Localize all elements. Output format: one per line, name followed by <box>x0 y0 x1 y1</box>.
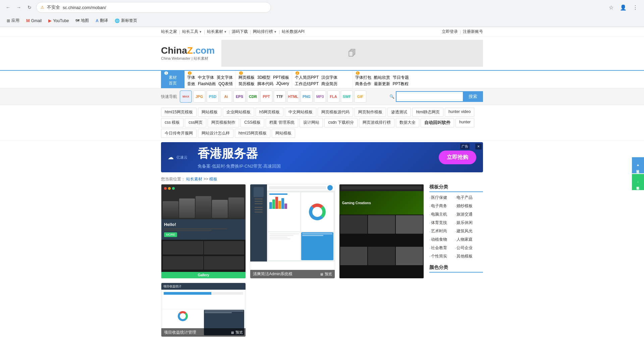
format-ai[interactable]: Ai <box>220 91 232 103</box>
tag-design-how[interactable]: 网站设计怎么样 <box>198 129 233 138</box>
nav-link-source[interactable]: 源码下载 <box>232 29 248 35</box>
tag-autodial[interactable]: 自动回叫软件 <box>421 118 454 127</box>
ad-cta-button[interactable]: 立即抢购 <box>439 151 476 164</box>
cat-link-sfx[interactable]: 音效 <box>187 81 195 87</box>
back-to-top-button[interactable]: ▲ 返回顶部 <box>632 157 644 173</box>
sidebar-cat-company[interactable]: 公司企业 <box>455 245 479 251</box>
tag-design-site[interactable]: 设计网站 <box>300 118 323 127</box>
cat-link-font-pack[interactable]: 字体打包 <box>355 75 371 80</box>
tag-csdn-dl[interactable]: csdn 下载积分 <box>324 118 358 127</box>
search-button[interactable]: 搜索 <box>463 91 483 102</box>
forward-button[interactable]: → <box>15 3 23 11</box>
cat-link-font[interactable]: 字体 <box>187 75 195 80</box>
nav-link-tools[interactable]: 站长工具 ▼ <box>182 29 202 35</box>
tag-template-prod[interactable]: 网页模板制作 <box>208 118 239 127</box>
format-eps[interactable]: EPS <box>233 91 246 103</box>
bookmark-translate[interactable]: A 翻译 <box>93 16 111 25</box>
tag-html15-2[interactable]: html15网页模板 <box>235 129 270 138</box>
cat-tab-5[interactable]: 5 字体打包 酷站欣赏 节日专题 商务合作 最新更新 PPT教程 <box>353 71 420 88</box>
bookmark-star-button[interactable]: ☆ <box>606 3 616 12</box>
tag-css-tpl[interactable]: CSS模板 <box>240 118 264 127</box>
cat-tab-4[interactable]: 4 个人简历PPT 汉仪字体 工作总结PPT 商业简历 <box>292 71 353 88</box>
tag-enterprise[interactable]: 企业网站模板 <box>223 108 254 117</box>
template-card-1[interactable]: Hello! MORE Gallery <box>161 184 246 279</box>
tag-website-tpl-2[interactable]: 网站模板 <box>272 129 295 138</box>
nav-link-api[interactable]: 站长数据API <box>282 29 304 35</box>
sidebar-cat-travel[interactable]: 旅游交通 <box>455 212 479 217</box>
breadcrumb-link-1[interactable]: 站长素材 <box>186 177 202 181</box>
sidebar-cat-other[interactable]: 其他模板 <box>455 253 479 259</box>
search-input[interactable] <box>396 91 463 102</box>
tag-zh-website[interactable]: 中文网站模板 <box>285 108 316 117</box>
format-gif[interactable]: GIF <box>354 91 366 103</box>
cat-tab-1[interactable]: 1 素材首页 <box>161 71 184 88</box>
sidebar-cat-nature[interactable]: 动植食物 <box>429 237 453 242</box>
template-card-3[interactable]: Gaming Creations <box>339 184 424 279</box>
sidebar-cat-fashion[interactable]: 艺术时尚 <box>429 228 453 234</box>
sidebar-cat-sports[interactable]: 体育竞技 <box>429 220 453 226</box>
bookmark-apps[interactable]: ⊞ 应用 <box>4 16 22 25</box>
format-jpg[interactable]: JPG <box>193 91 205 103</box>
cat-link-work-ppt[interactable]: 工作总结PPT <box>295 81 319 87</box>
format-cdr[interactable]: CDR <box>247 91 259 103</box>
tag-bigdata[interactable]: 数据大全 <box>396 118 419 127</box>
format-html[interactable]: HTML <box>287 91 299 103</box>
cat-link-biz-cv[interactable]: 商业简历 <box>321 81 337 87</box>
btn-login[interactable]: 立即登录 <box>442 29 458 35</box>
tag-css-webpage[interactable]: css网页 <box>185 118 206 127</box>
user-account-button[interactable]: 👤 <box>619 3 628 12</box>
cat-link-zh-font[interactable]: 中文字体 <box>198 75 214 80</box>
cat-link-holiday[interactable]: 节日专题 <box>393 75 409 80</box>
format-swf[interactable]: SWF <box>341 91 353 103</box>
breadcrumb-link-2[interactable]: 模板 <box>209 177 217 181</box>
back-button[interactable]: ← <box>4 3 12 11</box>
preview-btn-2[interactable]: 🖥 预览 <box>320 272 332 277</box>
tag-legend[interactable]: 今日传奇开服网 <box>161 129 197 138</box>
tag-html15-1[interactable]: html15网页模板 <box>161 108 197 117</box>
template-card-stats[interactable]: 项目收益统计 <box>161 283 246 337</box>
format-ttf[interactable]: TTF <box>274 91 286 103</box>
chrome-menu-button[interactable]: ⋮ <box>631 3 640 12</box>
download-help-button[interactable]: ↓ 下载帮助 <box>632 174 644 190</box>
nav-link-materials[interactable]: 站长素材 ▼ <box>207 29 227 35</box>
cat-link-ppt-tutorial[interactable]: PPT教程 <box>393 81 409 87</box>
bookmark-youtube[interactable]: ▶ YouTube <box>46 17 71 24</box>
preview-btn-stats[interactable]: 🖥 预览 <box>230 330 243 335</box>
cat-link-ppt[interactable]: PPT模板 <box>273 75 289 80</box>
nav-link-home[interactable]: 站长之家 <box>161 29 177 35</box>
format-mp3[interactable]: MP3 <box>314 91 326 103</box>
tag-h5[interactable]: h5网页模板 <box>256 108 283 117</box>
sidebar-cat-computer[interactable]: 电脑主机 <box>429 212 453 217</box>
cat-link-biz-coop[interactable]: 商务合作 <box>355 81 371 87</box>
sidebar-cat-entertainment[interactable]: 娱乐休闲 <box>455 220 479 226</box>
nav-link-ranking[interactable]: 网站排行榜 ▼ <box>253 29 277 35</box>
cat-link-en-font[interactable]: 英文字体 <box>217 75 233 80</box>
bookmark-gmail[interactable]: M Gmail <box>23 17 44 24</box>
sidebar-cat-education[interactable]: 社会教育 <box>429 245 453 251</box>
cat-tab-3[interactable]: 3 网页模板 3D模型 PPT模板 简历模板 脚本代码 JQuery <box>236 71 292 88</box>
tag-css-template[interactable]: css 模板 <box>161 118 183 127</box>
btn-register[interactable]: 注册新账号 <box>463 29 483 35</box>
tag-hunter[interactable]: hunter <box>455 118 474 127</box>
cat-link-3d[interactable]: 3D模型 <box>257 75 270 80</box>
format-max[interactable]: MAX <box>180 91 192 103</box>
sidebar-cat-medical[interactable]: 医疗保健 <box>429 195 453 200</box>
format-fla[interactable]: FLA <box>327 91 339 103</box>
ad-close-button[interactable]: × <box>475 143 482 150</box>
bookmark-newtab[interactable]: 🌐 新标签页 <box>112 16 140 25</box>
cat-link-flash[interactable]: Flash动画 <box>198 81 216 87</box>
sidebar-cat-ecommerce[interactable]: 电子商务 <box>429 203 453 209</box>
tag-archive-mgmt[interactable]: 档案 管理系统 <box>266 118 298 127</box>
sidebar-cat-electronics[interactable]: 电子产品 <box>455 195 479 200</box>
template-card-2[interactable]: 清爽简洁Admin系统模 🖥 预览 <box>250 184 335 279</box>
tag-static-html[interactable]: html静态网页 <box>412 108 443 117</box>
sidebar-cat-architecture[interactable]: 建筑风光 <box>455 228 479 234</box>
format-psd[interactable]: PSD <box>207 91 219 103</box>
logo-area[interactable]: ChinaZ.com China Webmaster | 站长素材 <box>161 46 215 61</box>
sidebar-cat-personal[interactable]: 个性简实 <box>429 253 453 259</box>
cat-link-jquery[interactable]: JQuery <box>276 81 289 87</box>
tag-template-make[interactable]: 网页制作模板 <box>355 108 386 117</box>
refresh-button[interactable]: ↻ <box>25 3 34 11</box>
tag-game-rank[interactable]: 网页游戏排行榜 <box>359 118 394 127</box>
cat-tab-2[interactable]: 2 字体 中文字体 英文字体 音效 Flash动画 QQ表情 <box>184 71 236 88</box>
